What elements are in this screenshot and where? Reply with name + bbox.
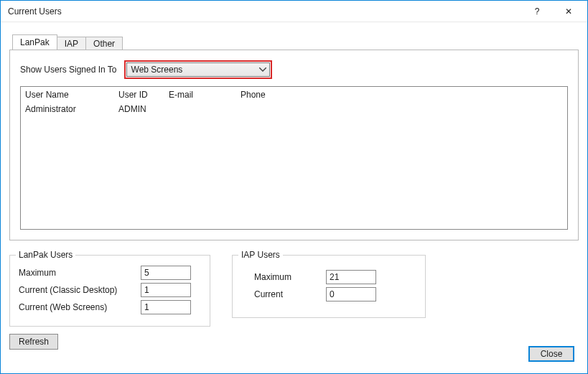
cell-user-id: ADMIN [114,103,164,116]
refresh-row: Refresh [9,334,210,350]
close-icon: ✕ [565,6,572,17]
refresh-button[interactable]: Refresh [9,334,58,350]
grid-header-row: User Name User ID E-mail Phone [21,87,567,103]
tab-other[interactable]: Other [85,37,123,50]
titlebar: Current Users ? ✕ [1,1,587,22]
col-email[interactable]: E-mail [164,87,236,103]
lanpak-web-label: Current (Web Screens) [19,302,141,312]
tab-panel-lanpak: Show Users Signed In To Web Screens [9,50,579,240]
chevron-down-icon [259,67,266,72]
iap-max-value: 21 [326,270,376,284]
cell-email [164,103,236,116]
lanpak-desktop-value: 1 [141,283,191,297]
dialog-footer: Close [528,346,574,362]
col-user-id[interactable]: User ID [114,87,164,103]
cell-user-name: Administrator [21,103,114,116]
tab-iap[interactable]: IAP [57,37,86,50]
col-spacer [308,87,567,103]
iap-inner: Maximum 21 Current 0 [241,263,416,309]
lanpak-web-value: 1 [141,300,191,314]
filter-combobox-value: Web Screens [131,65,259,75]
iap-row-current: Current 0 [254,287,412,301]
col-phone[interactable]: Phone [236,87,308,103]
cell-phone [236,103,308,116]
lanpak-row-current-web: Current (Web Screens) 1 [19,300,201,314]
iap-users-group: IAP Users Maximum 21 Current 0 [232,255,426,318]
lanpak-row-maximum: Maximum 5 [19,266,201,280]
filter-combobox[interactable]: Web Screens [126,62,270,77]
iap-current-label: Current [254,289,326,299]
filter-label: Show Users Signed In To [20,65,117,75]
filter-combobox-highlight: Web Screens [124,60,272,79]
bottom-panels: LanPak Users Maximum 5 Current (Classic … [9,255,579,350]
help-button[interactable]: ? [521,1,553,22]
iap-current-value: 0 [326,287,376,301]
close-window-button[interactable]: ✕ [553,1,584,22]
lanpak-row-current-desktop: Current (Classic Desktop) 1 [19,283,201,297]
table-row[interactable]: Administrator ADMIN [21,103,567,116]
client-area: LanPak IAP Other Show Users Signed In To… [1,22,587,373]
filter-row: Show Users Signed In To Web Screens [20,60,568,79]
col-user-name[interactable]: User Name [21,87,114,103]
lanpak-users-group: LanPak Users Maximum 5 Current (Classic … [9,255,210,327]
iap-row-maximum: Maximum 21 [254,270,412,284]
users-grid[interactable]: User Name User ID E-mail Phone Administr… [20,86,568,230]
lanpak-column: LanPak Users Maximum 5 Current (Classic … [9,255,210,350]
lanpak-max-value: 5 [141,266,191,280]
dialog-window: Current Users ? ✕ LanPak IAP Other Show … [0,0,588,374]
window-title: Current Users [8,6,521,17]
tabstrip: LanPak IAP Other [9,34,579,50]
close-button[interactable]: Close [528,346,574,362]
lanpak-legend: LanPak Users [16,250,75,260]
lanpak-max-label: Maximum [19,268,141,278]
iap-max-label: Maximum [254,272,326,282]
lanpak-desktop-label: Current (Classic Desktop) [19,285,141,295]
help-icon: ? [535,6,540,17]
iap-legend: IAP Users [238,250,283,260]
tab-lanpak[interactable]: LanPak [12,34,57,50]
window-buttons: ? ✕ [521,1,584,22]
